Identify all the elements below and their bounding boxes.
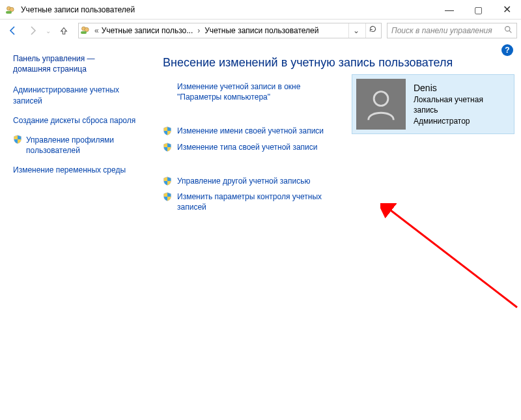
maximize-button[interactable]: ▢ bbox=[464, 0, 492, 20]
shield-icon bbox=[163, 176, 172, 186]
breadcrumb-item-2[interactable]: Учетные записи пользователей bbox=[204, 26, 318, 35]
page-heading: Внесение изменений в учетную запись поль… bbox=[163, 56, 514, 70]
titlebar: Учетные записи пользователей — ▢ ✕ bbox=[0, 0, 521, 20]
control-panel-home-link[interactable]: Панель управления — домашняя страница bbox=[13, 53, 139, 74]
user-account-kind: Локальная учетная запись bbox=[414, 94, 507, 115]
breadcrumb-icon bbox=[80, 25, 91, 37]
breadcrumb-item-1[interactable]: Учетные записи пользо... bbox=[102, 26, 193, 35]
search-input[interactable]: Поиск в панели управления bbox=[387, 23, 517, 38]
action-uac-settings[interactable]: Изменить параметры контроля учетных запи… bbox=[163, 191, 339, 212]
action-change-name[interactable]: Изменение имени своей учетной записи bbox=[163, 126, 339, 136]
sidebar-link-manage-profiles[interactable]: Управление профилями пользователей bbox=[13, 135, 139, 156]
shield-icon bbox=[163, 192, 172, 201]
shield-icon bbox=[13, 135, 22, 144]
content-area: ? Панель управления — домашняя страница … bbox=[0, 42, 521, 420]
close-button[interactable]: ✕ bbox=[492, 0, 521, 20]
avatar bbox=[356, 79, 406, 130]
user-name: Denis bbox=[414, 82, 507, 94]
up-button[interactable] bbox=[55, 21, 73, 40]
search-icon[interactable] bbox=[504, 25, 513, 36]
sidebar-link-admin-accounts[interactable]: Администрирование учетных записей bbox=[13, 85, 139, 105]
account-action-list: Изменение учетной записи в окне "Парамет… bbox=[163, 81, 339, 212]
action-manage-other[interactable]: Управление другой учетной записью bbox=[163, 176, 339, 186]
back-button[interactable] bbox=[4, 21, 22, 40]
svg-point-4 bbox=[85, 27, 89, 31]
chevron-right-icon[interactable]: › bbox=[195, 26, 202, 35]
user-card[interactable]: Denis Локальная учетная запись Администр… bbox=[352, 74, 514, 134]
main-panel: Внесение изменений в учетную запись поль… bbox=[147, 42, 521, 420]
window-title: Учетные записи пользователей bbox=[21, 5, 435, 14]
svg-rect-5 bbox=[81, 31, 87, 34]
svg-point-1 bbox=[10, 7, 14, 11]
svg-rect-2 bbox=[6, 11, 12, 14]
shield-icon bbox=[163, 143, 172, 152]
recent-dropdown[interactable]: ⌄ bbox=[43, 21, 53, 40]
user-role: Администратор bbox=[414, 116, 507, 126]
breadcrumb-overflow[interactable]: « bbox=[93, 26, 99, 35]
svg-point-8 bbox=[374, 92, 388, 106]
annotation-arrow bbox=[380, 203, 521, 314]
app-icon bbox=[5, 5, 16, 15]
address-dropdown[interactable]: ⌄ bbox=[348, 23, 363, 38]
svg-line-9 bbox=[388, 208, 517, 307]
action-change-in-settings[interactable]: Изменение учетной записи в окне "Парамет… bbox=[163, 81, 339, 102]
svg-point-6 bbox=[505, 27, 510, 31]
sidebar: Панель управления — домашняя страница Ад… bbox=[0, 42, 147, 420]
refresh-button[interactable] bbox=[365, 23, 380, 38]
svg-line-7 bbox=[509, 31, 511, 33]
sidebar-link-env-vars[interactable]: Изменение переменных среды bbox=[13, 165, 139, 175]
user-meta: Denis Локальная учетная запись Администр… bbox=[414, 82, 507, 126]
action-change-type[interactable]: Изменение типа своей учетной записи bbox=[163, 142, 339, 152]
minimize-button[interactable]: — bbox=[435, 0, 464, 20]
address-bar[interactable]: « Учетные записи пользо... › Учетные зап… bbox=[78, 23, 382, 38]
sidebar-link-reset-disk[interactable]: Создание дискеты сброса пароля bbox=[13, 115, 139, 126]
nav-toolbar: ⌄ « Учетные записи пользо... › Учетные з… bbox=[0, 20, 521, 42]
shield-icon bbox=[163, 126, 172, 135]
forward-button[interactable] bbox=[23, 21, 42, 40]
search-placeholder: Поиск в панели управления bbox=[391, 26, 500, 35]
